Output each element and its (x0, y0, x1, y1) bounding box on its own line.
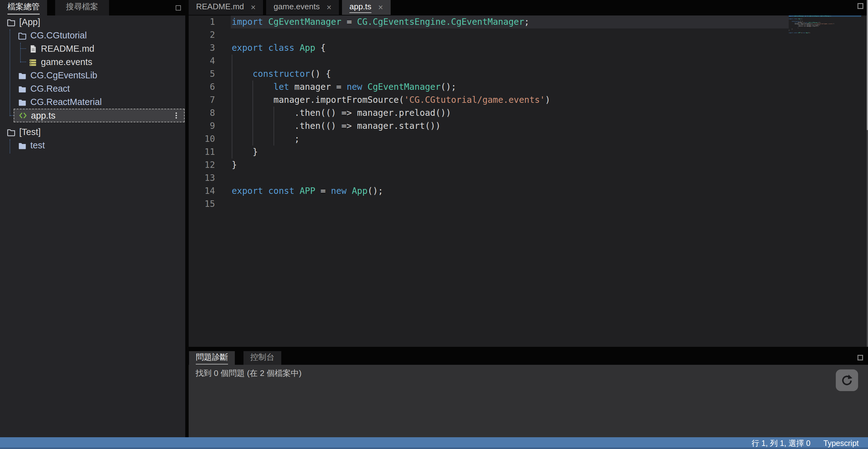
tree-guide (20, 43, 21, 63)
close-tab-icon[interactable]: × (327, 3, 332, 12)
code-brackets-icon (18, 110, 28, 121)
code-line-9: .then(() => manager.start()) (231, 120, 789, 132)
tree-item-label: CG.React (30, 84, 70, 94)
tree-item-label: CG.CGtutorial (30, 30, 87, 40)
line-number: 15 (189, 198, 215, 211)
code-line-4 (231, 55, 789, 67)
editor-tab-bar: README.md×game.events×app.ts× (189, 0, 868, 15)
line-number: 5 (189, 67, 215, 81)
panel-tab-problems[interactable]: 問題診斷 (189, 351, 235, 365)
folder-filled-icon (17, 140, 27, 151)
editor-tab-app.ts[interactable]: app.ts× (342, 0, 391, 15)
line-number: 10 (189, 132, 215, 146)
editor-tab-label: game.events (274, 2, 320, 13)
line-number: 12 (189, 159, 215, 171)
bottom-panel: 問題診斷控制台 找到 0 個問題 (在 2 個檔案中) (189, 347, 868, 437)
panel-tab-strip: 問題診斷控制台 (189, 347, 868, 365)
panel-body: 找到 0 個問題 (在 2 個檔案中) (189, 365, 868, 437)
close-tab-icon[interactable]: × (251, 3, 256, 12)
line-number: 1 (189, 15, 215, 29)
folder-filled-icon (17, 84, 27, 94)
tree-item-CG.CgEventsLib[interactable]: CG.CgEventsLib (0, 69, 185, 82)
code-line-6: let manager = new CgEventManager(); (231, 81, 789, 94)
tree-item-test[interactable]: test (0, 139, 185, 152)
code-line-5: constructor() { (231, 67, 789, 81)
close-tab-icon[interactable]: × (378, 3, 383, 12)
tree-item-app.ts[interactable]: app.ts (13, 109, 185, 122)
editor-tab-label: README.md (196, 2, 244, 13)
sidebar-tab-search[interactable]: 搜尋檔案 (55, 0, 109, 15)
code-line-12: } (231, 159, 789, 171)
sidebar-editor-divider (185, 0, 189, 437)
indent-guide (274, 106, 274, 146)
tree-item-label: CG.CgEventsLib (30, 70, 97, 81)
maximize-editor-icon[interactable] (858, 3, 863, 9)
code-line-3: export class App { (231, 41, 789, 55)
tree-item-CG.ReactMaterial[interactable]: CG.ReactMaterial (0, 95, 185, 109)
line-number: 8 (189, 106, 215, 120)
line-number: 2 (189, 29, 215, 41)
panel-tab-console[interactable]: 控制台 (244, 351, 281, 365)
code-line-8: .then(() => manager.preload()) (231, 106, 789, 120)
minimap-line (789, 33, 861, 35)
line-number: 9 (189, 120, 215, 132)
editor-tab-game.events[interactable]: game.events× (266, 0, 339, 15)
refresh-button[interactable] (836, 370, 858, 391)
editor-tab-label: app.ts (349, 2, 371, 13)
line-number: 4 (189, 55, 215, 67)
tree-item-CG.CGtutorial[interactable]: CG.CGtutorial (0, 29, 185, 42)
line-number: 3 (189, 41, 215, 55)
sidebar-header: 檔案總管搜尋檔案 (0, 0, 185, 15)
tree-item-label: [App] (19, 17, 40, 27)
sidebar-tab-strip: 檔案總管搜尋檔案 (0, 0, 185, 15)
tree-guide (10, 115, 13, 116)
tree-item-CG.React[interactable]: CG.React (0, 82, 185, 95)
indent-guide (252, 81, 253, 146)
tree-guide (21, 48, 26, 49)
tree-item-label: test (30, 140, 45, 151)
editor-tab-README.md[interactable]: README.md× (189, 0, 263, 15)
code-area[interactable]: import CgEventManager = CG.CgEventsEngin… (231, 15, 789, 211)
minimap[interactable]: import CgEventManager = CG.CgEventsEngin… (789, 15, 863, 77)
code-line-11: } (231, 146, 789, 159)
editor[interactable]: 123456789101112131415 import CgEventMana… (189, 15, 868, 347)
sidebar-tab-explorer[interactable]: 檔案總管 (0, 0, 47, 15)
folder-filled-icon (17, 97, 27, 107)
file-tree: [App]CG.CGtutorialREADME.mdgame.eventsCG… (0, 15, 185, 437)
refresh-icon (840, 374, 854, 387)
tree-item-[Test][interactable]: [Test] (0, 125, 185, 139)
folder-filled-icon (17, 71, 27, 81)
line-number: 14 (189, 185, 215, 198)
folder-open-outline-icon (6, 127, 16, 137)
sidebar-tab-label: 檔案總管 (7, 1, 40, 14)
line-number-gutter: 123456789101112131415 (189, 15, 215, 211)
code-line-2 (231, 29, 789, 41)
line-number: 13 (189, 171, 215, 185)
editor-tabs: README.md×game.events×app.ts× (189, 0, 394, 15)
panel-tab-label: 問題診斷 (196, 352, 228, 364)
code-line-14: export const APP = new App(); (231, 185, 789, 198)
panel-tab-label: 控制台 (250, 352, 275, 364)
tree-item-README.md[interactable]: README.md (0, 42, 185, 56)
code-line-10: ; (231, 132, 789, 146)
maximize-panel-icon[interactable] (858, 355, 863, 360)
scrollbar-thumb[interactable] (867, 0, 868, 130)
cursor-position[interactable]: 行 1, 列 1, 選擇 0 (751, 438, 810, 448)
tree-item-[App][interactable]: [App] (0, 15, 185, 29)
collapse-sidebar-icon[interactable] (176, 5, 181, 10)
file-tree-items: [App]CG.CGtutorialREADME.mdgame.eventsCG… (0, 15, 185, 152)
tree-item-game.events[interactable]: game.events (0, 56, 185, 69)
tree-guide (9, 139, 10, 153)
file-document-icon (28, 44, 38, 54)
kebab-menu-icon[interactable] (172, 111, 180, 120)
events-stack-icon (28, 57, 38, 67)
sidebar-tab-label: 搜尋檔案 (66, 1, 98, 14)
line-number: 6 (189, 81, 215, 94)
line-number: 7 (189, 94, 215, 106)
tree-item-label: app.ts (31, 110, 56, 121)
tree-item-label: CG.ReactMaterial (30, 97, 102, 107)
problems-summary: 找到 0 個問題 (在 2 個檔案中) (195, 368, 302, 379)
language-mode[interactable]: Typescript (824, 439, 859, 448)
tree-item-label: [Test] (19, 127, 40, 137)
tree-item-label: README.md (41, 44, 94, 54)
